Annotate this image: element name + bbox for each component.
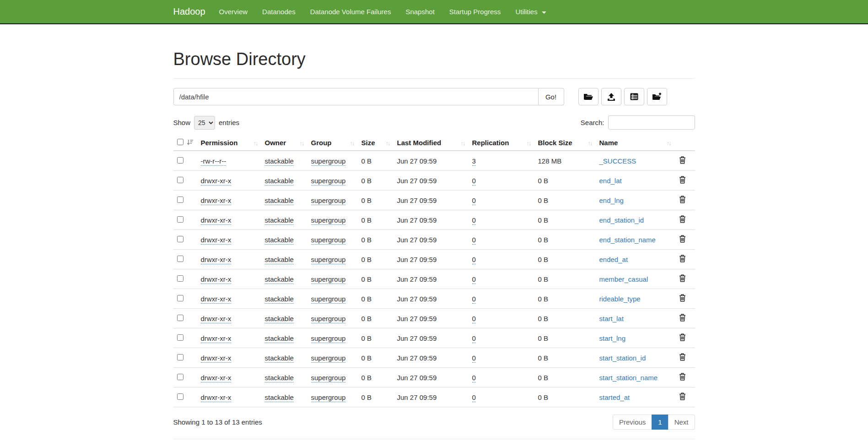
permission-value[interactable]: drwxr-xr-x [201, 354, 232, 363]
permission-value[interactable]: drwxr-xr-x [201, 334, 232, 343]
row-checkbox[interactable] [177, 334, 183, 341]
file-link[interactable]: started_at [599, 393, 630, 401]
owner-value[interactable]: stackable [265, 275, 294, 284]
select-all-checkbox[interactable] [177, 139, 183, 145]
owner-value[interactable]: stackable [265, 295, 294, 304]
permission-value[interactable]: drwxr-xr-x [201, 295, 232, 304]
permission-value[interactable]: drwxr-xr-x [201, 177, 232, 186]
replication-value[interactable]: 0 [472, 354, 476, 363]
file-link[interactable]: end_station_name [599, 236, 656, 244]
group-value[interactable]: supergroup [311, 256, 346, 264]
row-checkbox[interactable] [177, 177, 183, 183]
group-value[interactable]: supergroup [311, 315, 346, 323]
permission-value[interactable]: drwxr-xr-x [201, 275, 232, 284]
file-link[interactable]: start_lng [599, 334, 626, 342]
column-header-replication[interactable]: Replication↑↓ [469, 135, 534, 151]
permission-value[interactable]: drwxr-xr-x [201, 393, 232, 402]
row-checkbox[interactable] [177, 315, 183, 321]
nav-item-startup-progress[interactable]: Startup Progress [442, 0, 508, 23]
pagination-next[interactable]: Next [668, 415, 695, 430]
delete-file-button[interactable] [678, 352, 687, 363]
file-link[interactable]: start_lat [599, 315, 624, 322]
row-checkbox[interactable] [177, 196, 183, 203]
delete-file-button[interactable] [678, 372, 687, 383]
pagination-previous[interactable]: Previous [613, 415, 652, 430]
column-header-name[interactable]: Name↑↓ [596, 135, 674, 151]
replication-value[interactable]: 0 [472, 374, 476, 382]
row-checkbox[interactable] [177, 216, 183, 223]
group-value[interactable]: supergroup [311, 393, 346, 402]
delete-file-button[interactable] [678, 333, 687, 344]
owner-value[interactable]: stackable [265, 256, 294, 264]
permission-value[interactable]: -rw-r--r-- [201, 157, 226, 166]
column-header-size[interactable]: Size↑↓ [358, 135, 394, 151]
row-checkbox[interactable] [177, 354, 183, 360]
replication-value[interactable]: 0 [472, 393, 476, 402]
delete-file-button[interactable] [678, 214, 687, 225]
file-listing-button[interactable] [624, 88, 644, 105]
move-paste-button[interactable] [647, 88, 667, 105]
delete-file-button[interactable] [678, 273, 687, 284]
replication-value[interactable]: 0 [472, 315, 476, 323]
file-link[interactable]: member_casual [599, 275, 648, 283]
group-value[interactable]: supergroup [311, 334, 346, 343]
column-header-block-size[interactable]: Block Size↑↓ [534, 135, 596, 151]
page-size-select[interactable]: 25 [194, 116, 215, 130]
owner-value[interactable]: stackable [265, 157, 294, 166]
replication-value[interactable]: 0 [472, 196, 476, 205]
delete-file-button[interactable] [678, 155, 687, 166]
replication-value[interactable]: 0 [472, 236, 476, 245]
row-checkbox[interactable] [177, 295, 183, 301]
row-checkbox[interactable] [177, 256, 183, 262]
group-value[interactable]: supergroup [311, 236, 346, 245]
group-value[interactable]: supergroup [311, 216, 346, 225]
nav-item-datanodes[interactable]: Datanodes [255, 0, 303, 23]
file-link[interactable]: start_station_id [599, 354, 646, 362]
replication-value[interactable]: 3 [472, 157, 476, 166]
file-link[interactable]: start_station_name [599, 374, 658, 382]
delete-file-button[interactable] [678, 313, 687, 324]
permission-value[interactable]: drwxr-xr-x [201, 256, 232, 264]
group-value[interactable]: supergroup [311, 295, 346, 304]
delete-file-button[interactable] [678, 293, 687, 304]
brand-hadoop[interactable]: Hadoop [173, 6, 205, 17]
column-header-select[interactable] [173, 135, 197, 151]
owner-value[interactable]: stackable [265, 216, 294, 225]
owner-value[interactable]: stackable [265, 334, 294, 343]
delete-file-button[interactable] [678, 234, 687, 245]
owner-value[interactable]: stackable [265, 315, 294, 323]
group-value[interactable]: supergroup [311, 354, 346, 363]
delete-file-button[interactable] [678, 195, 687, 206]
owner-value[interactable]: stackable [265, 196, 294, 205]
upload-file-button[interactable] [601, 88, 621, 105]
permission-value[interactable]: drwxr-xr-x [201, 315, 232, 323]
delete-file-button[interactable] [678, 175, 687, 186]
path-input[interactable] [173, 88, 539, 105]
column-header-permission[interactable]: Permission↑↓ [197, 135, 261, 151]
nav-item-snapshot[interactable]: Snapshot [398, 0, 442, 23]
search-input[interactable] [608, 115, 695, 130]
create-directory-button[interactable] [578, 88, 598, 105]
owner-value[interactable]: stackable [265, 374, 294, 382]
file-link[interactable]: ended_at [599, 256, 628, 263]
file-link[interactable]: end_station_id [599, 216, 644, 224]
replication-value[interactable]: 0 [472, 275, 476, 284]
owner-value[interactable]: stackable [265, 393, 294, 402]
replication-value[interactable]: 0 [472, 256, 476, 264]
column-header-owner[interactable]: Owner↑↓ [261, 135, 307, 151]
group-value[interactable]: supergroup [311, 196, 346, 205]
replication-value[interactable]: 0 [472, 216, 476, 225]
row-checkbox[interactable] [177, 374, 183, 380]
group-value[interactable]: supergroup [311, 177, 346, 186]
group-value[interactable]: supergroup [311, 157, 346, 166]
group-value[interactable]: supergroup [311, 275, 346, 284]
nav-item-datanode-volume-failures[interactable]: Datanode Volume Failures [303, 0, 399, 23]
owner-value[interactable]: stackable [265, 236, 294, 245]
row-checkbox[interactable] [177, 275, 183, 282]
permission-value[interactable]: drwxr-xr-x [201, 196, 232, 205]
group-value[interactable]: supergroup [311, 374, 346, 382]
owner-value[interactable]: stackable [265, 177, 294, 186]
file-link[interactable]: rideable_type [599, 295, 641, 303]
go-button[interactable]: Go! [538, 88, 564, 105]
column-header-last-modified[interactable]: Last Modified↑↓ [394, 135, 469, 151]
